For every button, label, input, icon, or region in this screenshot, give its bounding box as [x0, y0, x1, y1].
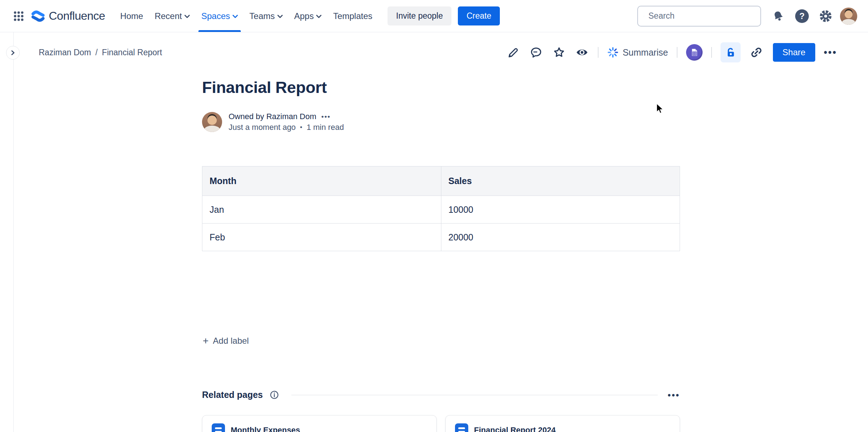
app-grid-icon: [13, 10, 25, 22]
plus-icon: +: [203, 336, 208, 346]
nav-item-home[interactable]: Home: [114, 0, 149, 32]
page-more-button[interactable]: •••: [824, 48, 837, 57]
profile-avatar[interactable]: [840, 8, 857, 25]
table-cell-sales: 20000: [441, 224, 680, 251]
confluence-logo[interactable]: Confluence: [31, 9, 105, 23]
nav-item-teams[interactable]: Teams: [244, 0, 288, 32]
present-button[interactable]: [686, 44, 703, 61]
primary-nav: Home Recent Spaces Teams Apps Templates: [114, 0, 378, 32]
page-content: Financial Report Owned by Raziman Dom ••…: [202, 0, 680, 432]
table-row: Jan 10000: [202, 196, 680, 224]
logo-wordmark: Confluence: [49, 9, 105, 23]
page-title: Financial Report: [202, 78, 327, 97]
table-header-row: Month Sales: [202, 166, 680, 196]
chevron-down-icon: [316, 15, 322, 18]
chevron-down-icon: [233, 15, 238, 18]
notifications-button[interactable]: [769, 7, 788, 25]
chevron-right-icon: [10, 50, 15, 55]
related-card-title: Financial Report 2024: [474, 426, 555, 432]
search-box[interactable]: [637, 6, 761, 27]
page-icon: [455, 423, 468, 432]
owner-avatar[interactable]: [202, 112, 222, 132]
gear-icon: [819, 9, 832, 23]
related-divider-line: [291, 395, 658, 395]
byline: Owned by Raziman Dom ••• Just a moment a…: [202, 112, 344, 132]
search-icon: [644, 11, 644, 21]
chevron-down-icon: [184, 15, 190, 18]
app-switcher-button[interactable]: [10, 8, 27, 25]
related-page-card-monthly-expenses[interactable]: Monthly Expenses: [202, 415, 437, 432]
link-icon: [750, 46, 763, 59]
help-button[interactable]: ?: [793, 7, 811, 25]
table-header-sales: Sales: [441, 166, 680, 196]
related-pages-cards: Monthly Expenses Financial Report 2024: [202, 415, 680, 432]
sales-table: Month Sales Jan 10000 Feb 20000: [202, 166, 680, 251]
presenter-icon: [686, 44, 703, 61]
last-updated-text[interactable]: Just a moment ago: [229, 123, 296, 132]
owner-text[interactable]: Owned by Raziman Dom: [229, 112, 316, 121]
breadcrumb-space-link[interactable]: Raziman Dom: [39, 48, 91, 57]
settings-button[interactable]: [816, 7, 835, 25]
create-button[interactable]: Create: [458, 6, 500, 25]
unlock-icon: [725, 47, 736, 58]
nav-item-templates[interactable]: Templates: [327, 0, 378, 32]
add-label-text: Add label: [213, 336, 249, 346]
confluence-mark-icon: [31, 9, 45, 23]
restrictions-button[interactable]: [721, 42, 741, 62]
related-card-title: Monthly Expenses: [231, 426, 300, 432]
sidebar-divider: [13, 32, 14, 432]
copy-link-button[interactable]: [749, 45, 764, 60]
add-label-button[interactable]: + Add label: [202, 334, 249, 348]
nav-item-recent[interactable]: Recent: [149, 0, 196, 32]
search-input[interactable]: [648, 11, 755, 21]
table-header-month: Month: [202, 166, 441, 196]
bell-icon: [772, 10, 785, 23]
top-navigation: Confluence Home Recent Spaces Teams Apps: [0, 0, 868, 32]
nav-item-apps[interactable]: Apps: [288, 0, 328, 32]
info-icon[interactable]: [269, 390, 279, 400]
related-pages-title: Related pages: [202, 390, 263, 400]
byline-more-button[interactable]: •••: [322, 113, 331, 121]
breadcrumb: Raziman Dom / Financial Report: [39, 48, 162, 57]
breadcrumb-page-link[interactable]: Financial Report: [102, 48, 162, 57]
chevron-down-icon: [277, 15, 283, 18]
page-icon: [212, 423, 225, 432]
help-icon: ?: [795, 9, 809, 23]
table-cell-month: Feb: [202, 224, 441, 251]
invite-people-button[interactable]: Invite people: [388, 6, 451, 25]
nav-item-spaces[interactable]: Spaces: [196, 0, 244, 32]
related-page-card-financial-report-2024[interactable]: Financial Report 2024: [445, 415, 680, 432]
read-time-text: 1 min read: [306, 123, 344, 132]
table-cell-month: Jan: [202, 196, 441, 224]
expand-sidebar-button[interactable]: [6, 46, 20, 60]
breadcrumb-separator: /: [95, 48, 98, 57]
byline-dot: •: [300, 124, 302, 131]
table-cell-sales: 10000: [441, 196, 680, 224]
toolbar-divider: [711, 47, 712, 58]
table-row: Feb 20000: [202, 224, 680, 251]
related-more-button[interactable]: •••: [668, 391, 680, 399]
related-pages-header: Related pages •••: [202, 390, 680, 400]
share-button[interactable]: Share: [773, 43, 815, 62]
active-tab-underline: [198, 30, 241, 32]
